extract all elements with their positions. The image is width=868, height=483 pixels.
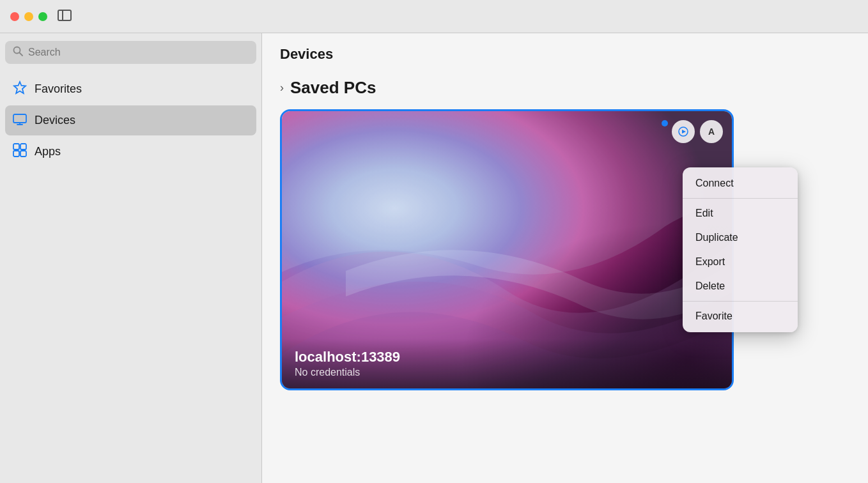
svg-marker-4 <box>14 82 26 93</box>
search-icon <box>13 46 23 59</box>
context-menu-connect[interactable]: Connect <box>683 171 798 195</box>
page-title: Devices <box>280 46 850 63</box>
sidebar-item-devices-label: Devices <box>35 114 75 127</box>
section-collapse-chevron[interactable]: › <box>280 81 284 95</box>
context-menu-delete[interactable]: Delete <box>683 274 798 298</box>
section-title: Saved PCs <box>290 78 376 98</box>
content-area: Devices › Saved PCs <box>262 33 868 483</box>
device-card[interactable]: A localhost:13389 No credentials <box>280 109 734 390</box>
device-info-overlay: localhost:13389 No credentials <box>282 339 732 388</box>
titlebar <box>0 0 868 33</box>
sidebar-item-apps[interactable]: Apps <box>5 137 256 167</box>
svg-marker-15 <box>682 130 686 134</box>
card-connect-button[interactable] <box>672 120 695 143</box>
svg-rect-10 <box>13 151 19 157</box>
card-more-options-button[interactable]: A <box>700 120 723 143</box>
device-credentials: No credentials <box>295 367 719 378</box>
sidebar-item-favorites[interactable]: Favorites <box>5 74 256 104</box>
svg-rect-11 <box>20 151 26 157</box>
context-menu-favorite[interactable]: Favorite <box>683 304 798 328</box>
svg-line-3 <box>20 53 23 56</box>
search-input[interactable] <box>28 47 249 58</box>
context-menu-divider-2 <box>683 301 798 302</box>
maximize-button[interactable] <box>38 12 47 21</box>
context-menu-duplicate[interactable]: Duplicate <box>683 226 798 250</box>
more-options-icon: A <box>708 127 715 136</box>
connection-status-dot <box>662 120 668 126</box>
svg-rect-0 <box>58 10 71 20</box>
section-header: › Saved PCs <box>280 78 850 98</box>
svg-rect-9 <box>20 144 26 150</box>
search-container <box>5 41 256 64</box>
device-hostname: localhost:13389 <box>295 349 719 365</box>
main-container: Favorites Devices Apps <box>0 33 868 483</box>
context-menu-divider-1 <box>683 198 798 199</box>
svg-rect-8 <box>13 144 19 150</box>
svg-rect-5 <box>13 114 26 123</box>
favorites-icon <box>13 80 27 98</box>
traffic-lights <box>10 12 47 21</box>
minimize-button[interactable] <box>24 12 33 21</box>
sidebar-toggle-button[interactable] <box>58 10 72 24</box>
context-menu-export[interactable]: Export <box>683 250 798 274</box>
sidebar-item-devices[interactable]: Devices <box>5 105 256 135</box>
close-button[interactable] <box>10 12 19 21</box>
context-menu-edit[interactable]: Edit <box>683 201 798 226</box>
devices-icon <box>13 112 27 129</box>
apps-icon <box>13 143 27 160</box>
sidebar: Favorites Devices Apps <box>0 33 262 483</box>
sidebar-toggle-icon <box>58 10 72 21</box>
sidebar-item-favorites-label: Favorites <box>35 82 82 96</box>
sidebar-item-apps-label: Apps <box>35 145 61 158</box>
context-menu: Connect Edit Duplicate Export Delete Fav… <box>683 167 798 332</box>
